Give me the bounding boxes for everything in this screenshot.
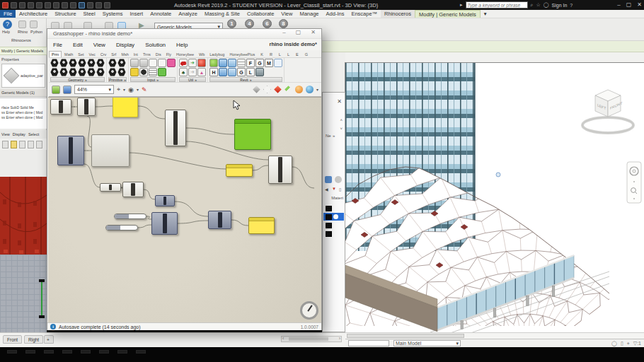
qat-tool-icon[interactable] xyxy=(96,2,102,8)
close-icon[interactable]: ✕ xyxy=(337,98,342,105)
ribbon-tab-collaborate[interactable]: Collaborate xyxy=(243,10,277,18)
component-icon-blue2[interactable] xyxy=(228,59,236,67)
component-icon-trash[interactable] xyxy=(255,68,264,76)
gh-node-comp[interactable] xyxy=(50,99,71,115)
search-icon[interactable]: ⌕ xyxy=(531,2,534,8)
ribbon-tab-analyze[interactable]: Analyze xyxy=(175,10,201,18)
viewport-tab-right[interactable]: Right xyxy=(24,335,43,344)
component-icon[interactable] xyxy=(96,68,105,76)
gh-node-comp[interactable] xyxy=(77,98,96,116)
gh-node-panel-plainyellow[interactable] xyxy=(113,97,138,117)
gh-node-comp[interactable] xyxy=(165,110,186,146)
component-icon-grid[interactable] xyxy=(237,59,246,67)
component-icon-pink[interactable] xyxy=(167,59,176,67)
ribbon-tab-view[interactable]: View xyxy=(277,10,296,18)
gh-tab-int[interactable]: Int xyxy=(132,52,140,57)
ribbon-tab-enscape-[interactable]: Enscape™ xyxy=(347,10,381,18)
component-icon-blue2[interactable] xyxy=(228,68,236,76)
panel-tab-display[interactable]: Display xyxy=(13,132,25,136)
ribbon-tab-modify-generic-models[interactable]: Modify | Generic Models xyxy=(415,10,481,18)
preview-wireframe-icon[interactable] xyxy=(263,86,271,93)
component-icon-g[interactable]: G xyxy=(255,59,264,67)
gh-tab-math[interactable]: Math xyxy=(62,52,75,57)
editable-only-icon[interactable]: ◯ xyxy=(611,341,617,346)
gh-node-panel-yellow[interactable] xyxy=(248,217,275,234)
component-icon-ballred[interactable] xyxy=(197,59,206,67)
component-icon-h[interactable]: H xyxy=(209,68,218,76)
component-icon[interactable] xyxy=(78,68,86,76)
gh-node-comp-sel[interactable] xyxy=(208,211,231,229)
component-icon[interactable] xyxy=(117,59,126,67)
search-expand-icon[interactable]: ▸ xyxy=(460,2,463,8)
gh-node-comp-sel[interactable] xyxy=(57,136,84,165)
component-icon[interactable] xyxy=(59,68,68,76)
qat-tool-icon[interactable] xyxy=(70,2,76,8)
component-icon-ghgreen[interactable] xyxy=(209,59,218,67)
chevron-down-icon[interactable]: ▾ xyxy=(481,10,490,18)
scroll-right-icon[interactable]: › xyxy=(339,336,340,341)
navigation-bar[interactable] xyxy=(627,162,641,203)
ribbon-tab-rhinoceros[interactable]: Rhinoceros xyxy=(381,10,415,18)
group-caption[interactable]: Primitive» xyxy=(108,77,127,82)
gh-tab-plugin[interactable]: G xyxy=(302,52,311,57)
component-icon[interactable] xyxy=(108,59,117,67)
document-preview-icon[interactable] xyxy=(306,86,314,93)
scrollbar-thumb[interactable] xyxy=(289,337,328,341)
rhino-button-icon[interactable] xyxy=(18,21,26,28)
asset-icon[interactable] xyxy=(325,176,332,183)
component-icon-cherry[interactable] xyxy=(179,59,188,67)
material-row[interactable] xyxy=(323,204,344,212)
revit-3d-view[interactable]: LEFTFRONT xyxy=(345,62,644,332)
component-icon-gray[interactable] xyxy=(139,59,148,67)
chevron-down-icon[interactable]: ▾ xyxy=(316,87,318,92)
viewcube[interactable]: LEFTFRONT xyxy=(582,90,633,133)
qat-tool-icon[interactable] xyxy=(87,2,93,8)
close-button[interactable]: ✕ xyxy=(311,29,316,35)
component-icon[interactable] xyxy=(69,68,77,76)
component-icon[interactable] xyxy=(78,59,86,67)
undo-icon[interactable] xyxy=(19,141,25,148)
canvas-compass-widget[interactable] xyxy=(300,301,318,320)
gh-tab-prm[interactable]: Prm xyxy=(49,51,62,57)
gear-icon[interactable] xyxy=(335,176,342,183)
gh-node-panel-yellow[interactable] xyxy=(226,164,253,177)
qat-tool-icon[interactable] xyxy=(104,2,110,8)
ribbon-tab-steel[interactable]: Steel xyxy=(80,10,99,18)
component-icon-blue[interactable] xyxy=(219,59,227,67)
view-horizontal-scrollbar[interactable] xyxy=(345,332,644,339)
rhino-perspective-viewport[interactable] xyxy=(0,177,47,255)
menu-help[interactable]: Help xyxy=(176,42,188,48)
minimize-button[interactable]: – xyxy=(617,1,620,8)
menu-display[interactable]: Display xyxy=(116,42,134,48)
restore-button[interactable]: ▢ xyxy=(296,29,301,35)
grasshopper-title-bar[interactable]: Grasshopper - rhino inside demo* xyxy=(47,29,321,39)
revit-logo-icon[interactable] xyxy=(2,2,8,8)
component-icon[interactable] xyxy=(117,68,126,76)
component-icon-doc[interactable] xyxy=(274,59,282,67)
ribbon-tab-manage[interactable]: Manage xyxy=(296,10,322,18)
gh-tab-honeybeeplus[interactable]: HoneybeePlus xyxy=(227,52,257,57)
quick-access-toolbar[interactable] xyxy=(0,2,110,8)
ribbon-tab-file[interactable]: File xyxy=(0,10,16,18)
qat-tool-icon[interactable] xyxy=(45,2,51,8)
selection-handle[interactable] xyxy=(496,173,500,177)
search-input[interactable] xyxy=(466,1,528,8)
gh-tab-plugin[interactable]: K xyxy=(258,52,266,57)
family-type-thumbnail[interactable]: adaptive_par xyxy=(1,64,45,88)
gh-tab-plugin[interactable]: L xyxy=(276,52,284,57)
gh-node-comp[interactable] xyxy=(122,182,144,197)
grasshopper-window[interactable]: Grasshopper - rhino inside demo* – ▢ ✕ F… xyxy=(47,28,322,330)
scroll-left-icon[interactable]: ‹ xyxy=(282,336,284,341)
group-caption[interactable]: Revit» xyxy=(209,77,282,82)
open-file-icon[interactable] xyxy=(52,86,60,94)
component-icon-yellow[interactable] xyxy=(130,68,139,76)
gh-node-slider[interactable] xyxy=(114,214,146,219)
component-icon[interactable] xyxy=(87,59,96,67)
qat-tool-icon[interactable] xyxy=(28,2,34,8)
family-category-label[interactable]: Generic Models (1) xyxy=(0,89,47,97)
gh-tab-trns[interactable]: Trns xyxy=(141,52,153,57)
gh-node-comp-mini[interactable] xyxy=(100,183,121,192)
material-override-icon[interactable] xyxy=(295,86,303,93)
selected-blue-panel[interactable] xyxy=(478,180,494,194)
component-icon-dark[interactable] xyxy=(139,68,148,76)
